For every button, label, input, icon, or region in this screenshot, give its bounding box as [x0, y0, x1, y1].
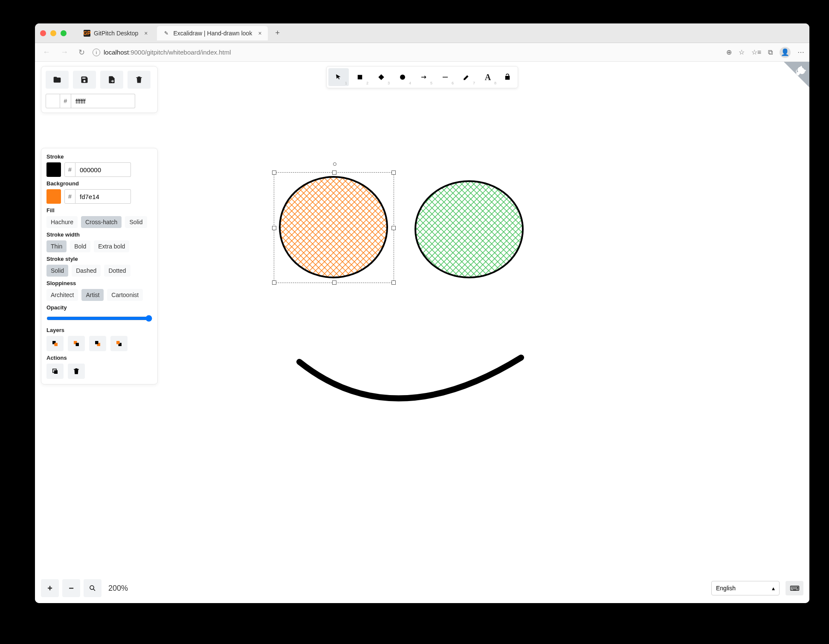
magnifier-icon [89, 584, 96, 592]
gitpitch-favicon: GP [84, 30, 90, 37]
resize-handle-n[interactable] [332, 170, 336, 175]
language-select[interactable]: English ▴ [711, 581, 780, 595]
address-bar: ← → ↻ i localhost:9000/gitpitch/whiteboa… [35, 43, 809, 62]
collections-icon[interactable]: ⧉ [768, 49, 773, 56]
zoom-in-button[interactable]: + [41, 579, 59, 597]
keyboard-shortcuts-button[interactable]: ⌨ [786, 581, 803, 595]
tab-excalidraw[interactable]: ✎ Excalidraw | Hand-drawn look × [157, 26, 267, 40]
favorite-icon[interactable]: ☆ [739, 48, 745, 56]
resize-handle-e[interactable] [391, 226, 396, 230]
reload-button[interactable]: ↻ [76, 46, 87, 59]
url-field[interactable]: i localhost:9000/gitpitch/whiteboard/ind… [93, 49, 721, 56]
url-text: localhost:9000/gitpitch/whiteboard/index… [104, 49, 231, 56]
nav-back-button[interactable]: ← [40, 46, 53, 58]
menu-icon[interactable]: ⋯ [797, 48, 804, 56]
titlebar: GP GitPitch Desktop × ✎ Excalidraw | Han… [35, 23, 809, 43]
new-tab-button[interactable]: + [271, 29, 284, 38]
keyboard-icon: ⌨ [790, 584, 800, 592]
selection-box[interactable] [274, 172, 394, 283]
favorites-bar-icon[interactable]: ☆≡ [751, 48, 761, 56]
zoom-controls: + − 200% [41, 579, 131, 597]
zoom-reset-button[interactable] [84, 579, 101, 597]
fullscreen-window-button[interactable] [61, 30, 67, 36]
close-tab-icon[interactable]: × [258, 30, 261, 37]
addr-right-icons: ⊕ ☆ ☆≡ ⧉ 👤 ⋯ [726, 47, 804, 58]
excalidraw-favicon: ✎ [163, 30, 170, 37]
shape-smile[interactable] [299, 358, 521, 399]
zoom-value[interactable]: 200% [105, 584, 131, 593]
nav-forward-button[interactable]: → [58, 46, 71, 58]
site-info-icon[interactable]: i [93, 49, 100, 56]
drawing-svg [35, 62, 809, 603]
resize-handle-s[interactable] [332, 280, 336, 285]
resize-handle-se[interactable] [391, 280, 396, 285]
resize-handle-nw[interactable] [272, 170, 276, 175]
resize-handle-ne[interactable] [391, 170, 396, 175]
tab-gitpitch[interactable]: GP GitPitch Desktop × [78, 26, 154, 40]
minimize-window-button[interactable] [50, 30, 56, 36]
chevron-up-icon: ▴ [772, 585, 775, 592]
tab-title: GitPitch Desktop [94, 30, 138, 37]
svg-point-12 [90, 586, 94, 589]
zoom-icon[interactable]: ⊕ [726, 48, 732, 56]
zoom-out-button[interactable]: − [62, 579, 80, 597]
shape-eye-right[interactable] [415, 181, 523, 277]
excalidraw-canvas[interactable]: # Stroke # Background # Fill Hachure Cro… [35, 62, 809, 603]
close-window-button[interactable] [40, 30, 46, 36]
window-controls [40, 30, 67, 36]
profile-avatar[interactable]: 👤 [780, 47, 791, 58]
tab-title: Excalidraw | Hand-drawn look [173, 30, 252, 37]
close-tab-icon[interactable]: × [144, 30, 148, 37]
language-value: English [716, 585, 736, 592]
resize-handle-w[interactable] [272, 226, 276, 230]
rotate-handle[interactable] [333, 162, 336, 166]
resize-handle-sw[interactable] [272, 280, 276, 285]
browser-window: GP GitPitch Desktop × ✎ Excalidraw | Han… [35, 23, 809, 603]
